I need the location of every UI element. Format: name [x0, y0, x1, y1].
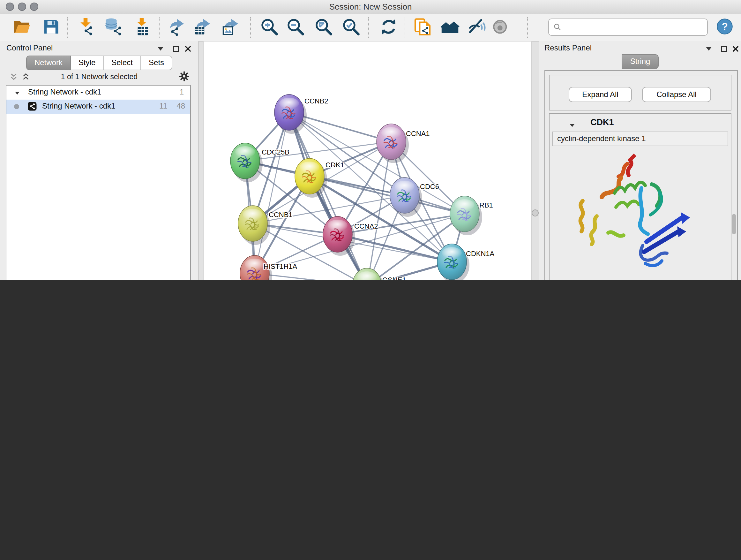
string-protein-query-icon[interactable] [441, 17, 460, 37]
network-row[interactable]: String Network - cdk1 11 48 [6, 100, 190, 114]
panel-menu-icon[interactable] [156, 44, 165, 52]
splitter-handle[interactable] [532, 209, 539, 216]
node-label-CDC25B: CDC25B [262, 148, 289, 156]
zoom-in-icon[interactable] [260, 17, 279, 37]
results-panel-title: Results Panel [544, 44, 592, 52]
hide-labels-icon[interactable] [467, 17, 486, 37]
control-panel-title: Control Panel [6, 44, 53, 52]
node-count: 11 [159, 102, 167, 111]
toolbar-separator [405, 17, 405, 38]
string-results-container: Expand All Collapse All CDK1 cyclin-depe… [544, 70, 738, 280]
window-title: Session: New Session [0, 2, 741, 11]
main-toolbar: ? [0, 14, 741, 42]
network-edges[interactable] [245, 112, 465, 280]
panel-float-icon[interactable] [172, 44, 180, 52]
network-collection-row[interactable]: String Network - cdk1 1 [6, 85, 190, 100]
node-CDC25B[interactable] [230, 143, 263, 182]
results-panel: Results Panel String Expand All Collapse… [539, 41, 741, 280]
save-session-icon[interactable] [42, 17, 61, 37]
node-label-CCNB2: CCNB2 [305, 97, 328, 105]
node-CCNA2[interactable] [323, 216, 355, 256]
app-window: Session: New Session ? Control Panel Net… [0, 0, 741, 280]
tab-select[interactable]: Select [104, 56, 141, 70]
node-label-CDC6: CDC6 [420, 183, 439, 191]
search-icon [553, 22, 562, 32]
network-selection-status: 1 of 1 Network selected [0, 73, 199, 80]
tab-string[interactable]: String [622, 54, 659, 69]
zoom-fit-icon[interactable] [314, 17, 333, 37]
import-network-from-database-icon[interactable] [104, 17, 123, 37]
network-list: String Network - cdk1 1 String Network -… [6, 85, 191, 280]
expand-all-button[interactable]: Expand All [569, 87, 632, 102]
node-label-CCNA2: CCNA2 [354, 222, 378, 230]
export-image-icon[interactable] [221, 17, 240, 37]
results-scrollbar-thumb[interactable] [732, 214, 736, 234]
results-panel-tabs: String [622, 54, 659, 69]
node-CDKN1A[interactable] [437, 244, 469, 280]
protein-structure-image [566, 149, 713, 280]
toolbar-separator [67, 17, 68, 38]
tab-style[interactable]: Style [71, 56, 104, 70]
network-options-gear-icon[interactable] [179, 71, 190, 82]
gene-name: CDK1 [590, 118, 614, 127]
export-table-icon[interactable] [193, 17, 212, 37]
tab-network[interactable]: Network [26, 56, 71, 70]
node-label-CCNE1: CCNE1 [382, 276, 406, 280]
panel-menu-icon[interactable] [704, 44, 713, 52]
help-button[interactable]: ? [716, 18, 733, 35]
node-label-CDK1: CDK1 [326, 161, 344, 169]
node-RB1[interactable] [450, 196, 482, 235]
zoom-selected-icon[interactable] [341, 17, 360, 37]
zoom-out-icon[interactable] [286, 17, 305, 37]
node-CDC6[interactable] [390, 178, 422, 217]
panel-float-icon[interactable] [720, 44, 728, 52]
toolbar-separator [250, 17, 251, 38]
toolbar-separator [159, 17, 159, 38]
disclosure-triangle[interactable] [14, 89, 20, 96]
import-network-from-file-icon[interactable] [76, 17, 95, 37]
expand-collapse-bar: Expand All Collapse All [549, 75, 731, 111]
export-network-icon[interactable] [166, 17, 186, 37]
node-label-CCNB1: CCNB1 [269, 211, 293, 219]
node-label-HIST1H1A: HIST1H1A [264, 262, 297, 270]
node-CDK1[interactable] [295, 159, 327, 198]
search-box [548, 18, 708, 36]
collapse-all-button[interactable]: Collapse All [642, 87, 711, 102]
tab-sets[interactable]: Sets [141, 56, 172, 70]
gene-description-box: cyclin-dependent kinase 1 [552, 132, 728, 146]
gene-entry: CDK1 cyclin-dependent kinase 1 [549, 113, 731, 280]
panel-close-icon[interactable] [731, 44, 740, 52]
node-CCNB2[interactable] [274, 95, 307, 134]
control-panel-tabs: NetworkStyleSelectSets [26, 56, 172, 70]
node-label-CCNA1: CCNA1 [406, 130, 430, 138]
node-label-RB1: RB1 [479, 201, 493, 209]
network-status-dot [14, 104, 19, 109]
network-canvas[interactable]: CCNB2CCNA1CDC25BCDK1CDC6RB1CCNB1CCNA2CDK… [203, 41, 532, 280]
clone-network-icon[interactable] [413, 17, 432, 37]
toolbar-separator [368, 17, 369, 38]
panel-close-icon[interactable] [184, 44, 192, 52]
node-label-CDKN1A: CDKN1A [466, 250, 495, 258]
network-label: String Network - cdk1 [42, 102, 115, 111]
show-graphics-details-icon[interactable] [491, 17, 510, 37]
toolbar-separator [527, 17, 528, 38]
collection-label: String Network - cdk1 [28, 87, 101, 97]
disclosure-triangle[interactable] [569, 120, 576, 127]
import-table-from-file-icon[interactable] [132, 17, 151, 37]
refresh-network-view-icon[interactable] [379, 17, 398, 37]
titlebar: Session: New Session [0, 0, 741, 15]
search-input[interactable] [565, 20, 704, 34]
control-panel: Control Panel NetworkStyleSelectSets 1 o… [0, 41, 199, 280]
string-network-icon [27, 102, 37, 111]
open-session-icon[interactable] [12, 17, 31, 37]
collection-count: 1 [180, 87, 184, 97]
gene-description: cyclin-dependent kinase 1 [557, 134, 646, 143]
edge-count: 48 [177, 102, 185, 111]
svg-text:?: ? [722, 21, 728, 32]
